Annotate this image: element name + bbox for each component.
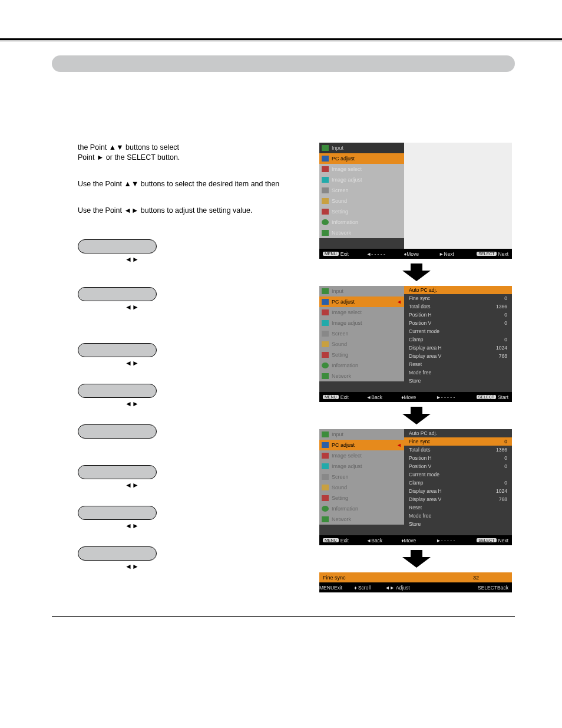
param-name: Clamp — [409, 337, 424, 342]
osd-menu-item[interactable]: PC adjust► — [319, 153, 404, 164]
menu-tag: MENU — [323, 538, 339, 542]
osd-menu-item[interactable]: Image select — [319, 164, 404, 174]
osd-menu-item[interactable]: Sound — [319, 482, 404, 493]
osd-menu-item[interactable]: Network — [319, 228, 404, 238]
osd-menu-item[interactable]: PC adjust◄ — [319, 440, 404, 450]
osd-menu-item[interactable]: Screen — [319, 328, 404, 339]
param-row[interactable]: Display area V768 — [404, 495, 512, 503]
osd-menu-item[interactable]: Screen — [319, 472, 404, 482]
label: Move — [406, 251, 419, 257]
param-row[interactable]: Auto PC adj. — [404, 286, 512, 294]
param-row[interactable]: Position V0 — [404, 462, 512, 470]
label: Adjust — [396, 585, 410, 591]
osd-menu-item[interactable]: Image select — [319, 307, 404, 318]
param-row[interactable]: Position H0 — [404, 311, 512, 319]
osd-menu-item[interactable]: Information — [319, 503, 404, 514]
ic-teal-icon — [322, 320, 329, 326]
ic-green-icon — [322, 373, 329, 379]
menu-tag: MENU — [323, 252, 339, 256]
param-row[interactable]: Mode free — [404, 512, 512, 520]
param-name: Clamp — [409, 480, 424, 486]
param-row[interactable]: Position H0 — [404, 454, 512, 462]
param-row[interactable]: Current mode — [404, 327, 512, 335]
osd-menu-item[interactable]: Image adjust — [319, 174, 404, 185]
fine-sync-value-row: Fine sync 32 — [319, 572, 512, 582]
param-row[interactable]: Fine sync0 — [404, 437, 512, 446]
param-name: Reset — [409, 361, 422, 367]
osd-menu-item[interactable]: Setting — [319, 493, 404, 503]
pill — [78, 343, 157, 357]
param-row[interactable]: Auto PC adj. — [404, 429, 512, 437]
param-row[interactable]: Total dots1366 — [404, 302, 512, 311]
param-row[interactable]: Current mode — [404, 470, 512, 479]
osd-menu-item[interactable]: Image select — [319, 450, 404, 461]
osd-menu-item[interactable]: Sound — [319, 339, 404, 350]
label: Move — [404, 538, 416, 543]
pill — [78, 465, 157, 479]
menu-label: PC adjust — [332, 299, 355, 305]
osd-menu-item[interactable]: Input — [319, 286, 404, 297]
menu-label: Information — [332, 363, 358, 368]
param-row[interactable]: Mode free — [404, 368, 512, 377]
param-value: 1024 — [496, 345, 507, 351]
menu-label: Setting — [332, 209, 348, 215]
label: Move — [404, 394, 416, 400]
osd-menu-item[interactable]: Information — [319, 360, 404, 371]
param-name: Current mode — [409, 472, 439, 477]
osd-menu-item[interactable]: Input — [319, 143, 404, 153]
osd-menu-item[interactable]: Input — [319, 429, 404, 440]
menu-tag: MENU — [319, 585, 334, 591]
fine-sync-bar: Fine sync 32 MENUExit ♦ Scroll ◄► Adjust… — [319, 572, 512, 592]
ic-red-icon — [322, 166, 329, 172]
param-name: Mode free — [409, 370, 431, 375]
param-row[interactable]: Position V0 — [404, 319, 512, 327]
param-pill-1: ◄► — [78, 287, 319, 332]
param-row[interactable]: Store — [404, 520, 512, 528]
osd-menu-item[interactable]: Image adjust — [319, 318, 404, 328]
param-row[interactable]: Clamp0 — [404, 335, 512, 344]
param-name: Mode free — [409, 513, 431, 519]
osd-menu: InputPC adjust►Image selectImage adjustS… — [319, 143, 404, 238]
pill-arrows: ◄► — [78, 303, 319, 311]
exit-label: Exit — [340, 394, 349, 400]
label: - - - - - — [441, 538, 455, 543]
osd-menu-item[interactable]: PC adjust◄ — [319, 297, 404, 307]
label: Next — [498, 538, 508, 543]
param-row[interactable]: Fine sync0 — [404, 294, 512, 302]
ic-red-icon — [322, 495, 329, 501]
menu-arrow-icon: ► — [396, 156, 402, 162]
osd-menu-item[interactable]: Screen — [319, 185, 404, 196]
osd-menu-item[interactable]: Sound — [319, 196, 404, 206]
exit-label: Exit — [340, 538, 349, 543]
param-value: 0 — [504, 439, 507, 444]
param-row[interactable]: Total dots1366 — [404, 446, 512, 454]
pill-arrows: ◄► — [78, 481, 319, 489]
param-value: 1024 — [496, 488, 507, 494]
param-row[interactable]: Display area H1024 — [404, 344, 512, 352]
ic-info-icon — [322, 363, 329, 368]
ic-green-icon — [322, 230, 329, 236]
text: Point ► or the SELECT button. — [78, 153, 180, 162]
osd-menu-item[interactable]: Network — [319, 514, 404, 525]
ic-blue-icon — [322, 156, 329, 162]
svg-marker-0 — [402, 263, 431, 281]
osd-menu-item[interactable]: Network — [319, 371, 404, 381]
osd-menu-item[interactable]: Setting — [319, 206, 404, 217]
instruction-1: the Point ▲▼ buttons to select Point ► o… — [78, 143, 319, 163]
param-row[interactable]: Clamp0 — [404, 479, 512, 487]
osd-menu-item[interactable]: Image adjust — [319, 461, 404, 472]
param-row[interactable]: Display area V768 — [404, 352, 512, 360]
param-row[interactable]: Display area H1024 — [404, 487, 512, 495]
ic-green-icon — [322, 288, 329, 294]
ic-green-icon — [322, 145, 329, 151]
menu-label: PC adjust — [332, 442, 355, 448]
osd-menu-item[interactable]: Information — [319, 217, 404, 228]
osd-menu-item[interactable]: Setting — [319, 350, 404, 360]
param-value: 0 — [504, 455, 507, 461]
ic-red-icon — [322, 209, 329, 215]
param-row[interactable]: Reset — [404, 360, 512, 368]
label: Back — [371, 394, 382, 400]
menu-tag: MENU — [323, 395, 339, 399]
param-row[interactable]: Store — [404, 377, 512, 385]
param-row[interactable]: Reset — [404, 503, 512, 512]
